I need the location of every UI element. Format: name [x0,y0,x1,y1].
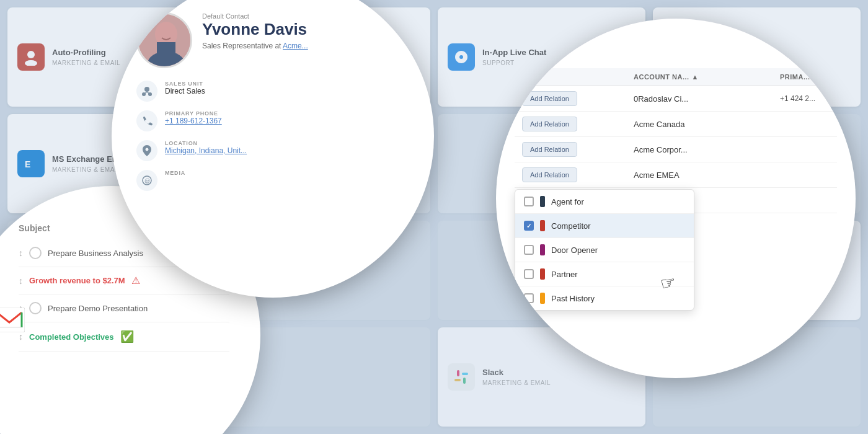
contact-role: Sales Representative at Acme... [202,42,308,50]
checkbox-past-history [524,293,534,303]
svg-text:@: @ [144,178,150,184]
gmail-icon [0,304,25,340]
checkbox-door-opener [524,245,534,255]
task-status-circle [29,247,42,259]
color-dot-competitor [540,220,545,231]
field-media: @ MEDIA [136,170,409,191]
sales-unit-icon [136,81,157,102]
table-header: Account na... ▲ Prima... [515,68,837,86]
color-dot-door-opener [540,244,545,255]
checkbox-agent-for [524,197,534,206]
task-text: Prepare Demo Presentation [48,304,148,313]
field-value: Direct Sales [165,87,205,95]
add-relation-button-1[interactable]: Add Relation [522,117,577,131]
phone-0: +1 424 2... [780,94,830,103]
dropdown-label: Partner [551,270,578,279]
media-icon: @ [136,170,157,191]
dropdown-label: Past History [551,294,595,303]
field-sales-unit: SALES UNIT Direct Sales [136,81,409,102]
field-location: LOCATION Michigan, Indiana, Unit... [136,140,409,161]
table-row: Add Relation Acme Canada [515,112,837,137]
field-label: LOCATION [165,140,247,146]
col-header-relation [522,73,634,81]
task-text: Prepare Business Analysis [48,249,143,258]
add-relation-button-0[interactable]: Add Relation [522,91,577,106]
relation-table-wrapper: Account na... ▲ Prima... Add Relation 0R… [515,68,837,213]
relation-circle: Account na... ▲ Prima... Add Relation 0R… [496,19,856,378]
relation-dropdown: Agent for ✓ Competitor Door Opener Partn… [515,189,694,311]
field-label: MEDIA [165,170,185,176]
color-dot-partner [540,268,545,280]
account-name-3: Acme EMEA [634,170,780,180]
task-status-circle [29,302,42,314]
contact-company-link[interactable]: Acme... [283,42,308,50]
dropdown-item-partner[interactable]: Partner [515,262,694,286]
dropdown-item-past-history[interactable]: Past History [515,286,694,310]
dropdown-item-door-opener[interactable]: Door Opener [515,238,694,262]
contact-panel: Default Contact Yvonne Davis Sales Repre… [112,0,434,203]
task-arrow-icon: ↕ [19,276,23,286]
contact-avatar [136,12,192,68]
location-link[interactable]: Michigan, Indiana, Unit... [165,146,247,155]
checkbox-partner [524,269,534,279]
field-label: SALES UNIT [165,81,205,87]
table-row: Add Relation Acme EMEA [515,162,837,188]
phone-icon [136,110,157,131]
field-label: PRIMARY PHONE [165,110,222,117]
task-item-2[interactable]: ↕ Prepare Demo Presentation [19,294,229,322]
location-icon [136,140,157,161]
sort-icon: ▲ [692,73,699,81]
color-dot-agent-for [540,196,545,207]
add-relation-button-2[interactable]: Add Relation [522,142,577,157]
dropdown-label: Competitor [551,221,591,231]
checkbox-competitor: ✓ [524,221,534,231]
task-arrow-icon: ↕ [19,248,23,258]
field-phone: PRIMARY PHONE +1 189-612-1367 [136,110,409,131]
dropdown-item-competitor[interactable]: ✓ Competitor [515,214,694,238]
svg-rect-12 [157,42,175,64]
table-row: Add Relation 0Radoslav Ci... +1 424 2... [515,86,837,112]
contact-label: Default Contact [202,12,308,20]
task-text: Completed Objectives [29,332,114,342]
task-text: Growth revenue to $2.7M [29,276,125,285]
dropdown-label: Door Opener [551,246,598,255]
warning-icon: ⚠ [131,275,140,286]
account-name-1: Acme Canada [634,120,780,129]
account-name-0: 0Radoslav Ci... [634,94,780,104]
add-relation-button-3[interactable]: Add Relation [522,167,577,182]
account-name-2: Acme Corpor... [634,145,780,154]
col-header-account: Account na... ▲ [634,73,780,81]
color-dot-past-history [540,293,545,304]
contact-name: Yvonne Davis [202,20,308,39]
col-header-phone: Prima... [780,73,830,81]
field-value: +1 189-612-1367 [165,117,222,125]
check-circle-icon: ✅ [120,330,134,343]
dropdown-item-agent-for[interactable]: Agent for [515,190,694,214]
table-row: Add Relation Acme Corpor... [515,137,837,162]
field-value: Michigan, Indiana, Unit... [165,146,247,155]
dropdown-label: Agent for [551,197,584,206]
svg-point-13 [144,87,149,92]
phone-link[interactable]: +1 189-612-1367 [165,117,222,125]
task-item-3[interactable]: ↕ Completed Objectives ✅ [19,322,229,352]
